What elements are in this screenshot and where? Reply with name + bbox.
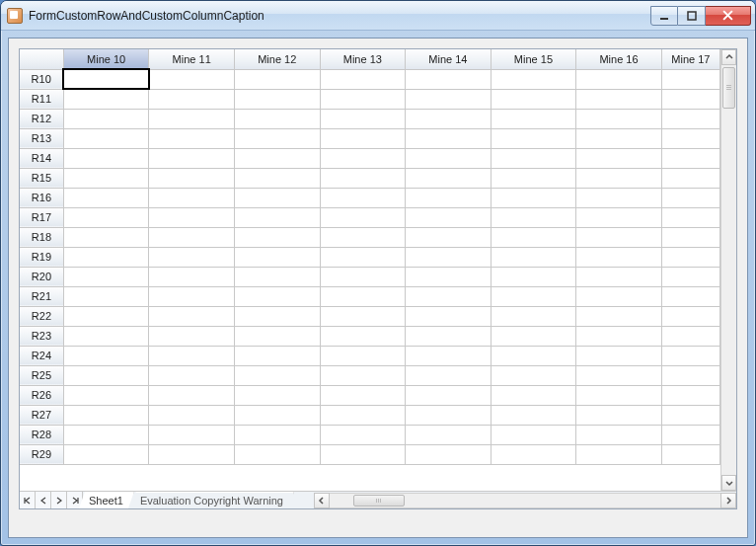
cell[interactable] — [63, 207, 149, 227]
cell[interactable] — [63, 69, 149, 89]
cell[interactable] — [320, 405, 406, 425]
cell[interactable] — [149, 69, 235, 89]
horizontal-scroll-thumb[interactable] — [353, 495, 405, 507]
cell[interactable] — [149, 89, 235, 109]
cell[interactable] — [661, 346, 719, 365]
cell[interactable] — [661, 306, 719, 326]
cell[interactable] — [661, 385, 719, 405]
grid-viewport[interactable]: Mine 10Mine 11Mine 12Mine 13Mine 14Mine … — [20, 49, 736, 491]
cell[interactable] — [576, 168, 662, 188]
cell[interactable] — [149, 267, 235, 286]
cell[interactable] — [491, 326, 576, 346]
cell[interactable] — [320, 207, 406, 227]
scroll-up-button[interactable] — [721, 49, 736, 65]
cell[interactable] — [320, 444, 406, 464]
cell[interactable] — [491, 306, 576, 326]
corner-header[interactable] — [20, 49, 63, 69]
cell[interactable] — [576, 247, 662, 267]
cell[interactable] — [576, 109, 662, 128]
cell[interactable] — [320, 227, 406, 247]
cell[interactable] — [234, 89, 320, 109]
cell[interactable] — [406, 267, 491, 286]
cell[interactable] — [234, 326, 320, 346]
column-header[interactable]: Mine 17 — [661, 49, 719, 69]
row-header[interactable]: R23 — [20, 326, 63, 346]
cell[interactable] — [63, 286, 149, 306]
cell[interactable] — [63, 326, 149, 346]
cell[interactable] — [661, 148, 719, 168]
cell[interactable] — [661, 109, 719, 128]
cell[interactable] — [661, 444, 719, 464]
row-header[interactable]: R29 — [20, 444, 63, 464]
tab-nav-prev[interactable] — [36, 492, 51, 508]
cell[interactable] — [491, 227, 576, 247]
cell[interactable] — [63, 365, 149, 385]
vertical-scroll-thumb[interactable] — [722, 67, 735, 109]
cell[interactable] — [661, 247, 719, 267]
cell[interactable] — [63, 306, 149, 326]
cell[interactable] — [149, 326, 235, 346]
scroll-down-button[interactable] — [721, 475, 736, 491]
column-header[interactable]: Mine 12 — [234, 49, 320, 69]
cell[interactable] — [406, 128, 491, 148]
cell[interactable] — [149, 109, 235, 128]
cell[interactable] — [491, 148, 576, 168]
cell[interactable] — [234, 109, 320, 128]
cell[interactable] — [63, 227, 149, 247]
cell[interactable] — [661, 89, 719, 109]
cell[interactable] — [491, 188, 576, 207]
grid[interactable]: Mine 10Mine 11Mine 12Mine 13Mine 14Mine … — [20, 49, 720, 465]
cell[interactable] — [234, 405, 320, 425]
cell[interactable] — [149, 385, 235, 405]
cell[interactable] — [491, 425, 576, 444]
cell[interactable] — [491, 346, 576, 365]
cell[interactable] — [406, 425, 491, 444]
cell[interactable] — [491, 207, 576, 227]
minimize-button[interactable] — [650, 6, 678, 26]
cell[interactable] — [491, 168, 576, 188]
cell[interactable] — [576, 405, 662, 425]
cell[interactable] — [149, 247, 235, 267]
cell[interactable] — [234, 385, 320, 405]
cell[interactable] — [234, 425, 320, 444]
scroll-right-button[interactable] — [720, 493, 736, 508]
cell[interactable] — [63, 89, 149, 109]
row-header[interactable]: R18 — [20, 227, 63, 247]
cell[interactable] — [320, 168, 406, 188]
cell[interactable] — [149, 405, 235, 425]
cell[interactable] — [491, 405, 576, 425]
cell[interactable] — [576, 346, 662, 365]
cell[interactable] — [406, 227, 491, 247]
cell[interactable] — [63, 425, 149, 444]
cell[interactable] — [234, 306, 320, 326]
cell[interactable] — [234, 207, 320, 227]
cell[interactable] — [149, 365, 235, 385]
row-header[interactable]: R11 — [20, 89, 63, 109]
cell[interactable] — [234, 365, 320, 385]
cell[interactable] — [491, 444, 576, 464]
row-header[interactable]: R14 — [20, 148, 63, 168]
cell[interactable] — [406, 326, 491, 346]
vertical-scrollbar[interactable] — [720, 49, 736, 491]
titlebar[interactable]: FormCustomRowAndCustomColumnCaption — [1, 1, 755, 31]
column-header[interactable]: Mine 14 — [406, 49, 491, 69]
column-header[interactable]: Mine 13 — [320, 49, 406, 69]
cell[interactable] — [576, 128, 662, 148]
cell[interactable] — [576, 425, 662, 444]
row-header[interactable]: R10 — [20, 69, 63, 89]
cell[interactable] — [234, 148, 320, 168]
cell[interactable] — [576, 89, 662, 109]
cell[interactable] — [320, 346, 406, 365]
cell[interactable] — [576, 365, 662, 385]
cell[interactable] — [149, 425, 235, 444]
column-header[interactable]: Mine 10 — [63, 49, 149, 69]
cell[interactable] — [320, 89, 406, 109]
cell[interactable] — [320, 425, 406, 444]
cell[interactable] — [234, 188, 320, 207]
cell[interactable] — [661, 128, 719, 148]
cell[interactable] — [320, 365, 406, 385]
cell[interactable] — [491, 267, 576, 286]
row-header[interactable]: R21 — [20, 286, 63, 306]
cell[interactable] — [406, 148, 491, 168]
cell[interactable] — [149, 168, 235, 188]
